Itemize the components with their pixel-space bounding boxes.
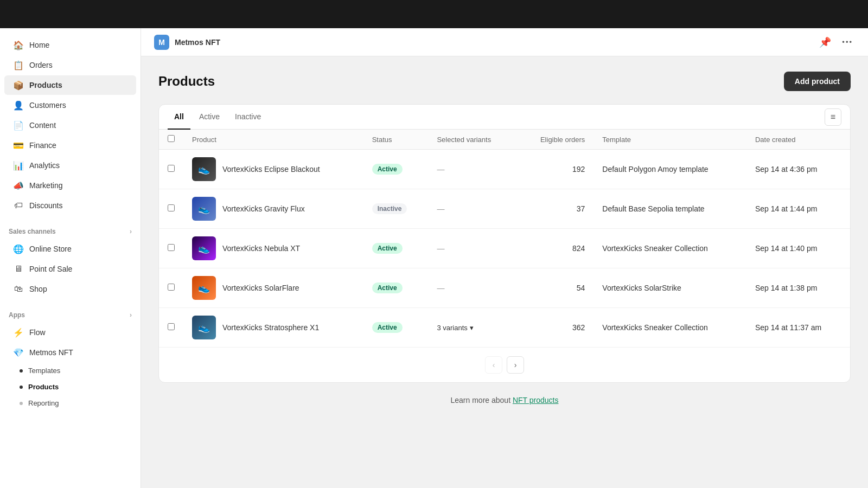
product-thumbnail: 👟 (192, 236, 216, 260)
sidebar-sub-item-templates[interactable]: Templates (4, 363, 136, 378)
add-product-button[interactable]: Add product (784, 72, 851, 91)
th-template: Template (593, 130, 746, 150)
product-cell-inner: 👟 VortexKicks Gravity Flux (192, 197, 355, 221)
sidebar-item-label: Content (29, 121, 56, 130)
sidebar-item-customers[interactable]: 👤 Customers (4, 95, 136, 115)
sidebar-item-discounts[interactable]: 🏷 Discounts (4, 196, 136, 215)
th-status: Status (363, 130, 429, 150)
variants-count: 3 variants (437, 324, 467, 332)
table-pagination: ‹ › (159, 347, 850, 382)
variants-cell: — (428, 189, 516, 229)
apps-label: Apps › (0, 308, 141, 322)
table-row[interactable]: 👟 VortexKicks SolarFlare Active—54Vortex… (159, 268, 850, 308)
sidebar-item-shop[interactable]: 🛍 Shop (4, 279, 136, 299)
tab-active[interactable]: Active (193, 105, 226, 130)
variants-cell: — (428, 150, 516, 189)
pin-icon: 📌 (819, 36, 831, 48)
sidebar-sub-item-products[interactable]: Products (4, 379, 136, 395)
variants-cell[interactable]: 3 variants ▾ (428, 308, 516, 348)
sidebar-item-content[interactable]: 📄 Content (4, 115, 136, 135)
product-name: VortexKicks Stratosphere X1 (222, 323, 319, 332)
sidebar-item-metmos-nft[interactable]: 💎 Metmos NFT (4, 343, 136, 362)
th-date-created: Date created (746, 130, 850, 150)
pin-button[interactable]: 📌 (817, 34, 833, 50)
sidebar-item-finance[interactable]: 💳 Finance (4, 136, 136, 155)
row-checkbox[interactable] (168, 323, 175, 330)
sidebar-item-label: Discounts (29, 201, 62, 210)
variants-dropdown-button[interactable]: 3 variants ▾ (437, 324, 473, 332)
select-all-checkbox[interactable] (168, 135, 175, 142)
nft-products-link[interactable]: NFT products (513, 396, 559, 404)
sidebar-item-orders[interactable]: 📋 Orders (4, 55, 136, 75)
table-row[interactable]: 👟 VortexKicks Nebula XT Active—824Vortex… (159, 229, 850, 268)
footer-text: Learn more about NFT products (158, 383, 851, 418)
row-checkbox[interactable] (168, 244, 175, 251)
sub-dot-icon (20, 402, 23, 405)
row-checkbox[interactable] (168, 284, 175, 291)
product-cell-inner: 👟 VortexKicks Eclipse Blackout (192, 157, 355, 181)
filter-button[interactable]: ≡ (825, 108, 841, 126)
shoe-icon: 👟 (198, 242, 210, 254)
table-row[interactable]: 👟 VortexKicks Eclipse Blackout Active—19… (159, 150, 850, 189)
product-name: VortexKicks Gravity Flux (222, 204, 305, 213)
sidebar-apps-section: Apps › ⚡ Flow 💎 Metmos NFT Templates Pro… (0, 301, 141, 414)
eligible-orders-cell: 362 (517, 308, 594, 348)
tab-inactive[interactable]: Inactive (228, 105, 267, 130)
status-cell: Active (363, 308, 429, 348)
table-row[interactable]: 👟 VortexKicks Gravity Flux Inactive—37De… (159, 189, 850, 229)
sidebar-item-label: Point of Sale (29, 265, 72, 273)
sidebar-item-flow[interactable]: ⚡ Flow (4, 323, 136, 342)
product-cell-inner: 👟 VortexKicks Stratosphere X1 (192, 316, 355, 339)
template-cell: VortexKicks SolarStrike (593, 268, 746, 308)
shoe-icon: 👟 (198, 163, 210, 175)
sidebar-item-products[interactable]: 📦 Products (4, 75, 136, 95)
status-badge: Active (372, 322, 403, 333)
table-row[interactable]: 👟 VortexKicks Stratosphere X1 Active 3 v… (159, 308, 850, 348)
pagination-next-button[interactable]: › (507, 356, 524, 374)
sidebar-item-label: Finance (29, 141, 56, 150)
product-name: VortexKicks SolarFlare (222, 284, 299, 292)
pagination-prev-button[interactable]: ‹ (485, 356, 502, 374)
filter-icon: ≡ (831, 112, 835, 122)
th-product: Product (183, 130, 363, 150)
sub-dot-icon (20, 386, 23, 389)
page-body: Products Add product All Active Inactive… (141, 56, 868, 433)
table-tabs: All Active Inactive ≡ (159, 105, 850, 130)
product-thumbnail: 👟 (192, 316, 216, 339)
sales-channels-label: Sales channels › (0, 224, 141, 239)
content-icon: 📄 (13, 120, 24, 131)
page-header: Products Add product (158, 72, 851, 91)
sidebar-item-analytics[interactable]: 📊 Analytics (4, 156, 136, 175)
table-header-row: Product Status Selected variants Eligibl… (159, 130, 850, 150)
customers-icon: 👤 (13, 100, 24, 111)
sidebar-item-home[interactable]: 🏠 Home (4, 35, 136, 55)
page-title: Products (158, 74, 215, 89)
product-thumbnail: 👟 (192, 157, 216, 181)
row-checkbox[interactable] (168, 204, 175, 211)
brand-logo: M (154, 35, 169, 50)
row-checkbox[interactable] (168, 165, 175, 172)
sidebar-sub-item-reporting[interactable]: Reporting (4, 395, 136, 411)
variants-cell: — (428, 229, 516, 268)
status-badge: Active (372, 243, 403, 254)
home-icon: 🏠 (13, 40, 24, 50)
tab-all[interactable]: All (168, 105, 190, 130)
shoe-icon: 👟 (198, 282, 210, 294)
date-created-cell: Sep 14 at 11:37 am (746, 308, 850, 348)
sidebar-item-online-store[interactable]: 🌐 Online Store (4, 239, 136, 259)
template-cell: Default Polygon Amoy template (593, 150, 746, 189)
product-cell-inner: 👟 VortexKicks Nebula XT (192, 236, 355, 260)
sidebar-item-label: Flow (29, 328, 46, 337)
products-table-card: All Active Inactive ≡ (158, 104, 851, 383)
status-cell: Active (363, 150, 429, 189)
products-table: Product Status Selected variants Eligibl… (159, 130, 850, 347)
sidebar-sales-channels-section: Sales channels › 🌐 Online Store 🖥 Point … (0, 218, 141, 301)
sidebar-item-marketing[interactable]: 📣 Marketing (4, 176, 136, 195)
sidebar-item-point-of-sale[interactable]: 🖥 Point of Sale (4, 259, 136, 279)
product-thumbnail: 👟 (192, 276, 216, 300)
chevron-down-icon: ▾ (470, 324, 474, 332)
product-cell: 👟 VortexKicks Eclipse Blackout (183, 150, 363, 189)
th-eligible-orders: Eligible orders (517, 130, 594, 150)
more-icon: ••• (842, 38, 853, 46)
more-button[interactable]: ••• (840, 36, 855, 48)
